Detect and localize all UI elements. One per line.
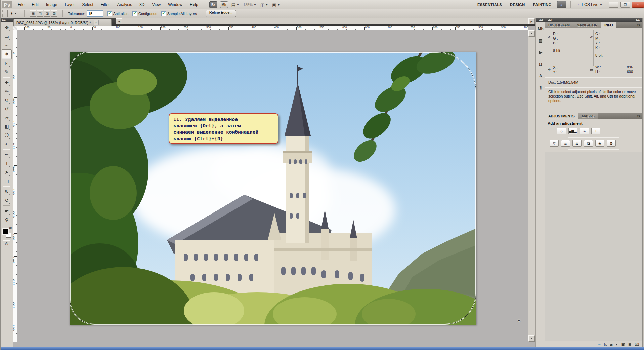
selection-subtract-icon[interactable]: ◪ (44, 10, 50, 17)
mini-bridge-panel-icon[interactable]: Mb (536, 25, 545, 33)
actions-panel-icon[interactable]: ▶ (536, 49, 545, 56)
color-balance-icon[interactable]: ⚖ (572, 140, 582, 147)
new-group-icon[interactable]: ▣ (621, 342, 625, 347)
panel-menu-icon[interactable]: ▾≡ (637, 114, 642, 118)
restore-button[interactable]: ❐ (620, 2, 630, 8)
workspace-item[interactable]: ESSENTIALS (473, 3, 506, 7)
brightness-contrast-icon[interactable]: ☼ (557, 128, 566, 134)
panel-tab[interactable]: NAVIGATOR (573, 22, 601, 28)
menu-item[interactable]: Analysis (113, 0, 136, 9)
tool-3d-rotate[interactable]: ↻ (2, 187, 11, 196)
arrange-documents-dropdown[interactable]: ◫ ▼ (260, 3, 268, 7)
tool-eraser[interactable]: ▱ (2, 113, 11, 122)
add-layer-mask-icon[interactable]: ◙ (610, 342, 612, 346)
quick-mask-button[interactable]: ◎ (3, 240, 10, 246)
menu-item[interactable]: Edit (28, 0, 42, 9)
tool-hand[interactable]: ☛ (2, 207, 11, 216)
horizontal-scrollbar[interactable]: ◀ ▶ (116, 18, 535, 24)
tool-gradient[interactable]: ◧ (2, 122, 11, 131)
panel-tab[interactable]: INFO (601, 22, 616, 28)
panel-menu-icon[interactable]: ▾≡ (637, 23, 642, 27)
zoom-level-dropdown[interactable]: 135% ▼ (243, 3, 256, 7)
paragraph-panel-icon[interactable]: ¶ (536, 84, 545, 91)
tool-eyedropper[interactable]: ✎ (2, 68, 11, 76)
foreground-color-swatch[interactable] (2, 228, 9, 235)
tool-crop[interactable]: ⊡ (2, 59, 11, 68)
menu-item[interactable]: Layer (61, 0, 78, 9)
launch-mini-bridge-button[interactable]: Mb (220, 1, 228, 8)
options-checkbox[interactable]: ✓ Sample All Layers (161, 11, 197, 16)
tool-clone-stamp[interactable]: Ω (2, 96, 11, 105)
refine-edge-button[interactable]: Refine Edge... (206, 10, 237, 17)
document-tab[interactable]: DSC_0661.JPG @ 135% (Layer 0, RGB/8*) * … (13, 19, 112, 26)
view-extras-dropdown[interactable]: ▤ ▼ (231, 3, 239, 7)
selection-intersect-icon[interactable]: ⊡ (51, 10, 57, 17)
tool-spot-healing-brush[interactable]: ✚ (2, 78, 11, 87)
selection-new-icon[interactable]: ▣ (30, 10, 36, 17)
tool-dodge[interactable]: ◐ (2, 140, 11, 148)
scroll-down-icon[interactable]: ▼ (528, 335, 535, 342)
close-button[interactable]: ✕ (632, 2, 644, 8)
link-layers-icon[interactable]: ∞ (598, 342, 601, 346)
tool-move[interactable]: ✥ (2, 23, 11, 32)
tool-pen[interactable]: ✒ (2, 150, 11, 159)
launch-bridge-button[interactable]: Br (209, 1, 217, 8)
menu-item[interactable]: View (148, 0, 164, 9)
tool-path-selection[interactable]: ➤ (2, 168, 11, 177)
menu-item[interactable]: Image (42, 0, 61, 9)
current-tool-button[interactable]: ✶ ▼ (7, 10, 19, 17)
menu-item[interactable]: 3D (136, 0, 148, 9)
hue-saturation-icon[interactable]: ≣ (561, 140, 570, 147)
new-adjustment-layer-icon[interactable]: ◐ (616, 342, 618, 346)
tool-lasso[interactable]: ∽ (2, 41, 11, 49)
canvas-viewport[interactable]: 11. Удаляем выделенное клавишей {Del}, а… (17, 30, 528, 342)
tool-dock-header[interactable]: ▶▶ (1, 18, 13, 22)
vibrance-icon[interactable]: ▽ (550, 140, 559, 147)
expand-dock-icon[interactable]: ▶▶ (636, 18, 640, 22)
tool-shape[interactable]: ▢ (2, 177, 11, 185)
cs-live-dropdown[interactable]: ❍ CS Live ▼ (578, 2, 602, 8)
close-tab-icon[interactable]: ✕ (94, 20, 99, 25)
curves-icon[interactable]: ∿ (580, 128, 589, 134)
tool-zoom[interactable]: ⚲ (2, 216, 11, 224)
castle-photo[interactable]: 11. Удаляем выделенное клавишей {Del}, а… (70, 52, 476, 325)
black-white-icon[interactable]: ◪ (584, 140, 593, 147)
panel-tab[interactable]: MASKS (578, 113, 598, 119)
menu-item[interactable]: Help (186, 0, 202, 9)
vertical-scrollbar[interactable]: ▲ ▼ (528, 30, 535, 342)
options-checkbox[interactable]: ✓ Contiguous (132, 11, 157, 16)
workspace-item[interactable]: PAINTING (529, 3, 556, 7)
new-layer-icon[interactable]: ⊞ (628, 342, 631, 347)
tool-blur[interactable]: ❍ (2, 131, 11, 140)
menu-item[interactable]: Window (164, 0, 186, 9)
panels-dock-header[interactable]: ◀◀ ▶▶ (545, 18, 642, 22)
workspace-item[interactable]: DESIGN (506, 3, 529, 7)
tool-brush[interactable]: ✏ (2, 87, 11, 96)
minimize-button[interactable]: — (609, 2, 618, 8)
histogram-panel-icon[interactable]: ▤ (536, 37, 545, 44)
collapse-dock-icon[interactable]: ◀◀ (548, 18, 551, 22)
menu-item[interactable]: Select (78, 0, 97, 9)
scroll-right-icon[interactable]: ▶ (528, 18, 535, 24)
menu-item[interactable]: Filter (97, 0, 114, 9)
options-bar-grip[interactable] (2, 10, 5, 17)
swap-colors-icon[interactable]: ⇄ (9, 226, 12, 230)
exposure-icon[interactable]: ± (591, 128, 600, 134)
tool-type[interactable]: T (2, 159, 11, 168)
scroll-left-icon[interactable]: ◀ (116, 18, 122, 24)
photo-filter-icon[interactable]: ◉ (595, 140, 604, 147)
panel-dock-header[interactable]: ◀◀ (536, 18, 545, 22)
panel-tab[interactable]: ADJUSTMENTS (545, 113, 578, 119)
panel-tab[interactable]: HISTOGRAM (545, 22, 573, 28)
options-checkbox[interactable]: ✓ Anti-alias (107, 11, 128, 16)
tool-magic-wand[interactable]: ✶ (2, 49, 12, 59)
ruler-origin-box[interactable] (13, 26, 18, 31)
tolerance-input[interactable] (87, 10, 103, 17)
character-panel-icon[interactable]: A (536, 72, 545, 80)
levels-icon[interactable]: ▄▆▂ (568, 128, 577, 134)
screen-mode-dropdown[interactable]: ▣ ▼ (272, 3, 280, 7)
tool-history-brush[interactable]: ↺ (2, 105, 11, 113)
layer-effects-icon[interactable]: fx (604, 342, 607, 346)
menu-item[interactable]: File (14, 0, 28, 9)
channel-mixer-icon[interactable]: ❂ (607, 140, 616, 147)
